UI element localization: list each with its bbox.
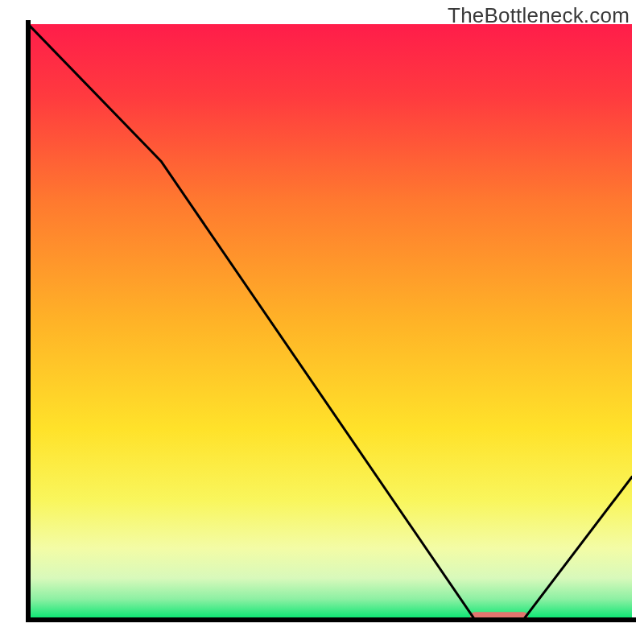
gradient-background — [28, 24, 632, 620]
watermark-text: TheBottleneck.com — [448, 3, 630, 28]
bottleneck-chart — [0, 0, 644, 644]
chart-container: TheBottleneck.com — [0, 0, 644, 644]
